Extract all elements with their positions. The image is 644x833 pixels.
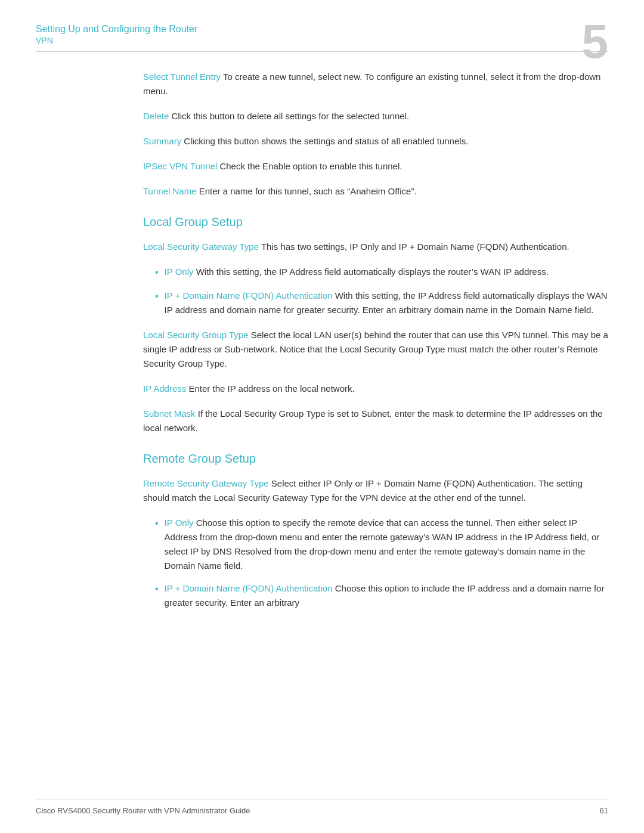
list-item-content: IP + Domain Name (FQDN) Authentication C… bbox=[165, 581, 608, 610]
remote-bullets: IP Only Choose this option to specify th… bbox=[143, 516, 608, 610]
main-content: Select Tunnel Entry To create a new tunn… bbox=[0, 52, 644, 645]
list-item: IP Only With this setting, the IP Addres… bbox=[143, 265, 608, 280]
term-subnet-mask: Subnet Mask bbox=[143, 408, 196, 419]
para-ipsec: IPSec VPN Tunnel Check the Enable option… bbox=[143, 159, 608, 174]
term-ip-only-local: IP Only bbox=[165, 267, 194, 277]
remote-group-heading: Remote Group Setup bbox=[143, 452, 608, 466]
term-select-tunnel: Select Tunnel Entry bbox=[143, 72, 221, 82]
text-subnet-mask: If the Local Security Group Type is set … bbox=[143, 408, 603, 433]
list-item: IP Only Choose this option to specify th… bbox=[143, 516, 608, 573]
term-ip-address: IP Address bbox=[143, 383, 186, 394]
text-summary: Clicking this button shows the settings … bbox=[181, 136, 468, 146]
para-tunnel-name: Tunnel Name Enter a name for this tunnel… bbox=[143, 184, 608, 199]
footer-text: Cisco RVS4000 Security Router with VPN A… bbox=[36, 806, 250, 815]
list-item: IP + Domain Name (FQDN) Authentication W… bbox=[143, 289, 608, 317]
footer-page: 61 bbox=[600, 806, 608, 815]
local-group-heading: Local Group Setup bbox=[143, 215, 608, 229]
term-ipsec: IPSec VPN Tunnel bbox=[143, 161, 217, 171]
header-left: Setting Up and Configuring the Router VP… bbox=[36, 24, 608, 45]
chapter-subtitle: VPN bbox=[36, 36, 608, 45]
chapter-title: Setting Up and Configuring the Router bbox=[36, 24, 608, 35]
para-subnet-mask: Subnet Mask If the Local Security Group … bbox=[143, 407, 608, 435]
page-header: Setting Up and Configuring the Router VP… bbox=[0, 0, 644, 45]
chapter-number: 5 bbox=[582, 18, 609, 66]
page-footer: Cisco RVS4000 Security Router with VPN A… bbox=[0, 800, 644, 815]
term-remote-gw-type: Remote Security Gateway Type bbox=[143, 478, 269, 488]
footer-divider bbox=[36, 800, 608, 800]
term-summary: Summary bbox=[143, 136, 181, 146]
list-item-content: IP Only Choose this option to specify th… bbox=[165, 516, 608, 573]
local-bullets: IP Only With this setting, the IP Addres… bbox=[143, 265, 608, 317]
para-local-gw-type: Local Security Gateway Type This has two… bbox=[143, 240, 608, 254]
text-ip-address: Enter the IP address on the local networ… bbox=[186, 383, 354, 394]
text-ip-only-remote: Choose this option to specify the remote… bbox=[165, 518, 600, 571]
text-ipsec: Check the Enable option to enable this t… bbox=[217, 161, 402, 171]
term-fqdn-remote: IP + Domain Name (FQDN) Authentication bbox=[165, 583, 333, 593]
term-delete: Delete bbox=[143, 111, 169, 121]
para-local-sg-type: Local Security Group Type Select the loc… bbox=[143, 328, 608, 371]
page-container: Setting Up and Configuring the Router VP… bbox=[0, 0, 644, 833]
para-summary: Summary Clicking this button shows the s… bbox=[143, 134, 608, 148]
para-ip-address: IP Address Enter the IP address on the l… bbox=[143, 382, 608, 396]
para-remote-gw-type: Remote Security Gateway Type Select eith… bbox=[143, 476, 608, 505]
para-select-tunnel: Select Tunnel Entry To create a new tunn… bbox=[143, 70, 608, 98]
footer-content: Cisco RVS4000 Security Router with VPN A… bbox=[36, 806, 608, 815]
term-local-gw-type: Local Security Gateway Type bbox=[143, 241, 259, 252]
term-ip-only-remote: IP Only bbox=[165, 518, 194, 528]
term-fqdn-local: IP + Domain Name (FQDN) Authentication bbox=[165, 290, 333, 301]
list-item-content: IP + Domain Name (FQDN) Authentication W… bbox=[165, 289, 608, 317]
list-item-content: IP Only With this setting, the IP Addres… bbox=[165, 265, 549, 279]
text-delete: Click this button to delete all settings… bbox=[169, 111, 409, 121]
list-item: IP + Domain Name (FQDN) Authentication C… bbox=[143, 581, 608, 610]
text-tunnel-name: Enter a name for this tunnel, such as “A… bbox=[197, 186, 417, 196]
term-local-sg-type: Local Security Group Type bbox=[143, 330, 248, 340]
text-ip-only-local: With this setting, the IP Address field … bbox=[194, 267, 549, 277]
para-delete: Delete Click this button to delete all s… bbox=[143, 109, 608, 123]
text-local-gw-type: This has two settings, IP Only and IP + … bbox=[259, 241, 569, 252]
term-tunnel-name: Tunnel Name bbox=[143, 186, 197, 196]
